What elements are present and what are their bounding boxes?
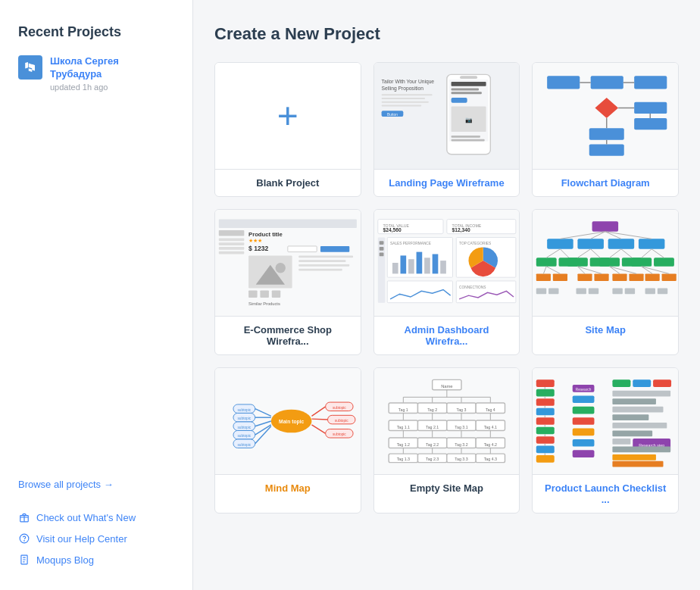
mindmap-svg: Main topic subtopic subtopic subtopic — [215, 368, 361, 474]
emptysitemap-thumb: Name Tag 1 Tag 2 Tag 3 — [374, 368, 520, 474]
productlaunch-svg: Research — [533, 368, 678, 474]
svg-text:subtopic: subtopic — [237, 434, 251, 438]
svg-text:Product title: Product title — [248, 231, 283, 238]
svg-text:Similar Products: Similar Products — [248, 301, 280, 306]
svg-rect-215 — [536, 417, 555, 425]
svg-rect-71 — [392, 263, 398, 273]
template-ecommerce[interactable]: Product title ★★★ $ 1232 — [214, 209, 361, 355]
help-center-link[interactable]: Visit our Help Center — [18, 532, 174, 545]
svg-rect-128 — [589, 289, 598, 295]
svg-line-144 — [255, 425, 271, 435]
svg-rect-55 — [298, 260, 345, 262]
recent-project-item[interactable]: Школа СергеяТрубадура updated 1h ago — [18, 55, 174, 92]
svg-rect-97 — [567, 258, 588, 267]
svg-rect-234 — [573, 439, 595, 447]
svg-rect-239 — [613, 391, 671, 397]
template-mindmap[interactable]: Main topic subtopic subtopic subtopic — [214, 367, 361, 514]
svg-point-2 — [24, 541, 25, 542]
svg-line-124 — [642, 267, 669, 274]
sidebar-links: Check out What's New Visit our Help Cent… — [18, 511, 174, 566]
svg-text:subtopic: subtopic — [237, 417, 251, 420]
template-label-ecommerce: E-Commerce Shop Wirefra... — [215, 316, 361, 354]
svg-rect-75 — [424, 258, 430, 273]
svg-line-95 — [547, 249, 561, 258]
svg-rect-217 — [536, 436, 555, 444]
main-content: Create a New Project + Blank Project — [193, 0, 700, 590]
svg-text:$24,560: $24,560 — [383, 227, 401, 233]
svg-rect-121 — [645, 273, 660, 281]
svg-line-120 — [610, 267, 636, 274]
svg-rect-6 — [460, 76, 477, 79]
svg-rect-35 — [634, 118, 667, 130]
svg-rect-13 — [451, 136, 480, 138]
svg-rect-40 — [219, 242, 245, 245]
svg-rect-236 — [613, 379, 631, 387]
svg-rect-235 — [573, 450, 595, 457]
svg-rect-110 — [553, 273, 567, 281]
svg-line-147 — [255, 426, 271, 444]
svg-rect-230 — [573, 395, 595, 403]
svg-rect-249 — [613, 454, 657, 460]
admin-svg: TOTAL VALUE $24,560 TOTAL INCOME $12,340… — [374, 210, 520, 316]
svg-text:Tag 3.2: Tag 3.2 — [455, 442, 467, 447]
whats-new-link[interactable]: Check out What's New — [18, 511, 174, 523]
svg-rect-114 — [595, 273, 609, 281]
svg-text:Main topic: Main topic — [279, 419, 304, 425]
template-sitemap[interactable]: Site Map — [532, 209, 679, 355]
svg-rect-118 — [630, 273, 644, 281]
svg-rect-242 — [613, 414, 649, 420]
sidebar-title: Recent Projects — [18, 24, 174, 40]
svg-rect-53 — [272, 290, 280, 298]
template-label-productlaunch: Product Launch Checklist ... — [533, 474, 678, 513]
svg-rect-73 — [408, 259, 414, 273]
template-label-sitemap: Site Map — [533, 316, 678, 343]
landing-thumb: 📷 Tailor With Your Unique Selling Propos… — [374, 63, 520, 169]
svg-rect-125 — [536, 289, 546, 295]
productlaunch-thumb: Research — [533, 368, 678, 474]
svg-rect-237 — [633, 379, 652, 387]
template-emptysitemap[interactable]: Name Tag 1 Tag 2 Tag 3 — [373, 367, 520, 514]
template-productlaunch[interactable]: Research — [532, 367, 679, 514]
flowchart-svg — [533, 63, 678, 169]
svg-rect-7 — [451, 82, 486, 86]
svg-rect-88 — [639, 239, 665, 248]
svg-line-108 — [652, 249, 664, 258]
svg-rect-131 — [645, 289, 655, 295]
sidebar: Recent Projects Школа СергеяТрубадура up… — [0, 0, 193, 590]
svg-text:Tag 1.2: Tag 1.2 — [396, 442, 409, 447]
svg-rect-87 — [608, 239, 635, 248]
svg-rect-248 — [613, 447, 671, 453]
svg-text:★★★: ★★★ — [248, 238, 262, 243]
svg-rect-129 — [613, 289, 623, 295]
svg-rect-18 — [381, 98, 425, 99]
svg-rect-72 — [400, 255, 406, 273]
svg-rect-211 — [536, 379, 555, 387]
svg-rect-76 — [432, 254, 438, 273]
svg-text:Tag 3: Tag 3 — [456, 407, 466, 412]
svg-rect-9 — [451, 92, 481, 94]
browse-all-link[interactable]: Browse all projects → — [18, 479, 174, 490]
svg-line-100 — [591, 249, 600, 258]
svg-text:Research: Research — [576, 388, 592, 392]
template-landing[interactable]: 📷 Tailor With Your Unique Selling Propos… — [373, 62, 520, 197]
landing-svg: 📷 Tailor With Your Unique Selling Propos… — [374, 63, 520, 169]
gift-icon — [18, 511, 30, 523]
template-blank[interactable]: + Blank Project — [214, 62, 361, 197]
svg-rect-67 — [379, 247, 383, 251]
svg-text:subtopic: subtopic — [333, 432, 346, 436]
svg-line-150 — [311, 407, 325, 416]
blog-link[interactable]: Moqups Blog — [18, 554, 174, 566]
svg-text:Tag 1: Tag 1 — [398, 407, 408, 412]
template-flowchart[interactable]: Flowchart Diagram — [532, 62, 679, 197]
template-admin[interactable]: TOTAL VALUE $24,560 TOTAL INCOME $12,340… — [373, 209, 520, 355]
svg-rect-37 — [219, 220, 357, 228]
svg-rect-213 — [536, 398, 555, 406]
svg-text:TOP CATEGORIES: TOP CATEGORIES — [459, 242, 491, 245]
admin-thumb: TOTAL VALUE $24,560 TOTAL INCOME $12,340… — [374, 210, 520, 316]
plus-icon: + — [277, 98, 298, 134]
svg-rect-57 — [298, 269, 342, 271]
svg-text:$12,340: $12,340 — [452, 227, 470, 233]
svg-rect-86 — [578, 239, 605, 248]
svg-text:subtopic: subtopic — [237, 426, 251, 429]
svg-line-153 — [311, 419, 327, 420]
